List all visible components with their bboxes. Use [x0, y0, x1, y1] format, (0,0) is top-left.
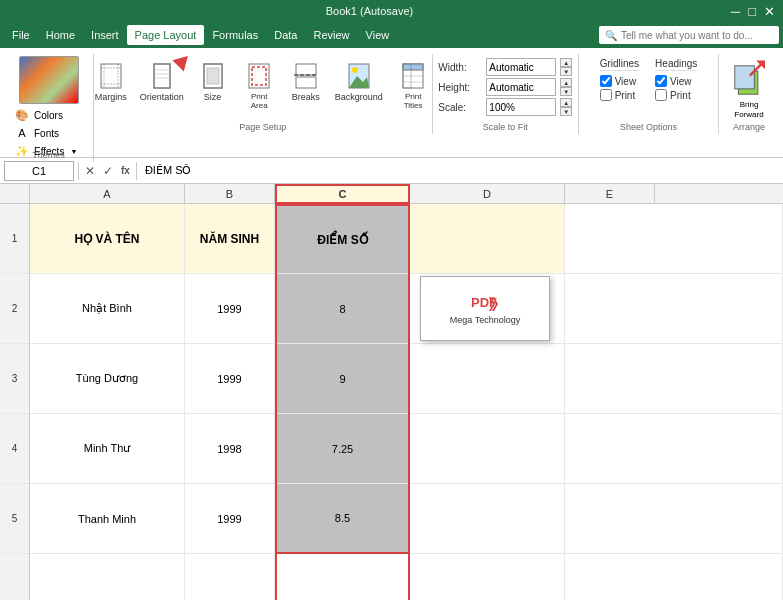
menu-bar: File Home Insert Page Layout Formulas Da… — [0, 22, 783, 48]
menu-file[interactable]: File — [4, 25, 38, 45]
cell-a3[interactable]: Tùng Dương — [30, 344, 184, 414]
cell-e1[interactable] — [565, 204, 782, 274]
print-titles-button[interactable]: Print Titles — [389, 56, 436, 114]
width-spin-up[interactable]: ▲ — [560, 58, 572, 67]
cell-c1[interactable]: ĐIỂM SỐ — [277, 204, 408, 274]
background-button[interactable]: Background — [330, 56, 388, 114]
title-bar: Book1 (Autosave) ─ □ ✕ — [0, 0, 783, 22]
cell-e3[interactable] — [565, 344, 782, 414]
cell-a1[interactable]: HỌ VÀ TÊN — [30, 204, 184, 274]
orientation-icon — [146, 60, 178, 92]
cell-d3[interactable] — [410, 344, 564, 414]
col-header-c[interactable]: C — [275, 184, 410, 204]
colors-button[interactable]: 🎨 Colors — [10, 106, 100, 124]
arrange-label: Arrange — [719, 122, 779, 132]
col-header-d[interactable]: D — [410, 184, 565, 204]
cell-b3[interactable]: 1999 — [185, 344, 274, 414]
gridlines-view-checkbox[interactable] — [600, 75, 612, 87]
fonts-button[interactable]: A Fonts — [10, 124, 100, 142]
svg-rect-14 — [296, 77, 316, 88]
col-header-b[interactable]: B — [185, 184, 275, 204]
svg-point-17 — [352, 67, 358, 73]
row-numbers: 1 2 3 4 5 — [0, 204, 30, 600]
cancel-formula-btn[interactable]: ✕ — [83, 164, 97, 178]
maximize-btn[interactable]: □ — [748, 4, 756, 19]
bring-forward-button[interactable]: BringForward — [725, 56, 773, 123]
menu-formulas[interactable]: Formulas — [204, 25, 266, 45]
gridlines-view-label: View — [615, 76, 637, 87]
background-icon — [343, 60, 375, 92]
width-spin-down[interactable]: ▼ — [560, 67, 572, 76]
cell-e4[interactable] — [565, 414, 782, 484]
name-box[interactable] — [4, 161, 74, 181]
col-e — [565, 204, 783, 600]
menu-view[interactable]: View — [358, 25, 398, 45]
headings-print-label: Print — [670, 90, 691, 101]
gridlines-print-checkbox[interactable] — [600, 89, 612, 101]
themes-button[interactable] — [19, 56, 79, 104]
row-num-header — [0, 184, 30, 203]
col-b: NĂM SINH 1999 1999 1998 1999 — [185, 204, 275, 600]
cell-c5[interactable]: 8.5 — [277, 484, 408, 554]
confirm-formula-btn[interactable]: ✓ — [101, 164, 115, 178]
height-input[interactable] — [486, 78, 556, 96]
menu-home[interactable]: Home — [38, 25, 83, 45]
height-spin-down[interactable]: ▼ — [560, 87, 572, 96]
height-label: Height: — [438, 82, 482, 93]
menu-review[interactable]: Review — [305, 25, 357, 45]
gridlines-header: Gridlines — [600, 58, 639, 71]
margins-button[interactable]: Margins — [89, 56, 133, 114]
col-headers: A B C D E — [0, 184, 783, 204]
minimize-btn[interactable]: ─ — [731, 4, 740, 19]
menu-data[interactable]: Data — [266, 25, 305, 45]
row-num-1: 1 — [0, 204, 29, 274]
fonts-icon: A — [14, 125, 30, 141]
cell-d4[interactable] — [410, 414, 564, 484]
sheet-options-group: Gridlines View Print Headings View — [579, 54, 719, 134]
cell-a4[interactable]: Minh Thư — [30, 414, 184, 484]
cell-d5[interactable] — [410, 484, 564, 554]
scale-spin-up[interactable]: ▲ — [560, 98, 572, 107]
margins-label: Margins — [95, 92, 127, 102]
size-button[interactable]: Size — [191, 56, 235, 114]
print-area-button[interactable]: Print Area — [237, 56, 282, 114]
pdf-logo: PDF — [471, 293, 499, 315]
cell-b1[interactable]: NĂM SINH — [185, 204, 274, 274]
breaks-button[interactable]: Breaks — [284, 56, 328, 114]
title-text: Book1 (Autosave) — [8, 5, 731, 17]
col-header-e[interactable]: E — [565, 184, 655, 204]
cell-e2[interactable] — [565, 274, 782, 344]
menu-page-layout[interactable]: Page Layout — [127, 25, 205, 45]
cell-a2[interactable]: Nhật Bình — [30, 274, 184, 344]
orientation-button[interactable]: Orientation — [135, 56, 189, 114]
cell-e5[interactable] — [565, 484, 782, 554]
cell-b2[interactable]: 1999 — [185, 274, 274, 344]
pdf-overlay: PDF Mega Technology — [420, 276, 550, 341]
scale-input[interactable] — [486, 98, 556, 116]
print-area-icon — [243, 60, 275, 92]
scale-spin-down[interactable]: ▼ — [560, 107, 572, 116]
search-input[interactable] — [621, 30, 771, 41]
scale-to-fit-group: Width: ▲ ▼ Height: ▲ ▼ Scale: — [433, 54, 579, 134]
headings-view-checkbox[interactable] — [655, 75, 667, 87]
arrange-group: BringForward Arrange — [719, 54, 779, 134]
colors-icon: 🎨 — [14, 107, 30, 123]
menu-insert[interactable]: Insert — [83, 25, 127, 45]
height-spin-up[interactable]: ▲ — [560, 78, 572, 87]
formula-input[interactable] — [141, 161, 779, 181]
bring-forward-icon — [733, 60, 765, 100]
col-header-a[interactable]: A — [30, 184, 185, 204]
headings-print-checkbox[interactable] — [655, 89, 667, 101]
cell-c2[interactable]: 8 — [277, 274, 408, 344]
cell-d1[interactable] — [410, 204, 564, 274]
themes-group-label: Themes — [4, 150, 93, 160]
cell-c3[interactable]: 9 — [277, 344, 408, 414]
cell-c4[interactable]: 7.25 — [277, 414, 408, 484]
close-btn[interactable]: ✕ — [764, 4, 775, 19]
size-label: Size — [204, 92, 222, 102]
width-input[interactable] — [486, 58, 556, 76]
cell-b5[interactable]: 1999 — [185, 484, 274, 554]
cell-b4[interactable]: 1998 — [185, 414, 274, 484]
cell-a5[interactable]: Thanh Minh — [30, 484, 184, 554]
insert-function-btn[interactable]: fx — [119, 165, 132, 176]
